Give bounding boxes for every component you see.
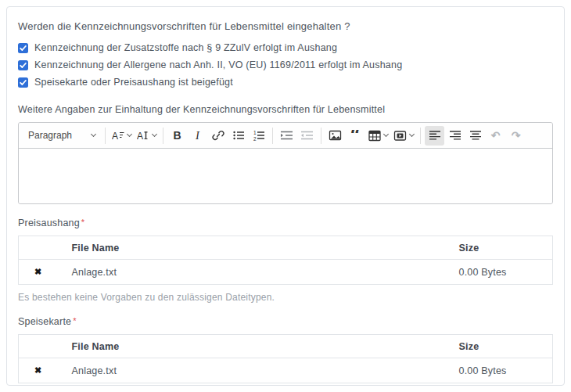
required-marker: * [73,316,76,325]
file-table-preisaushang: File Name Size ✖ Anlage.txt 0.00 Bytes [18,236,553,285]
indent-button[interactable] [277,126,296,146]
bulleted-list-icon [232,129,245,142]
chevron-down-icon [91,131,96,137]
paragraph-dropdown-label: Paragraph [28,130,72,141]
checkmark-icon [20,79,27,86]
checkbox-row-speisekarte: Speisekarte oder Preisaushang ist beigef… [18,77,553,88]
remove-file-button[interactable]: ✖ [31,364,45,377]
checkbox-allergene[interactable] [18,60,28,70]
remove-column-header [19,335,64,358]
svg-text:1: 1 [253,130,257,135]
chevron-down-icon [383,131,389,137]
remove-column-header [19,236,64,260]
font-size-button[interactable]: A [110,126,134,146]
checkbox-label: Kennzeichnung der Zusatzstoffe nach § 9 … [34,42,337,53]
checkmark-icon [20,62,27,69]
align-right-button[interactable] [445,126,465,146]
numbered-list-icon: 12 [253,129,265,142]
italic-button[interactable]: I [188,126,207,146]
align-left-button[interactable] [425,126,444,146]
checkbox-row-zusatzstoffe: Kennzeichnung der Zusatzstoffe nach § 9 … [18,42,553,53]
file-size-cell: 0.00 Bytes [451,260,553,285]
block-quote-button[interactable]: “ [346,130,365,141]
checkbox-row-allergene: Kennzeichnung der Allergene nach Anh. II… [18,59,553,70]
rich-text-editor: Paragraph A A B I 12 [18,122,553,204]
paragraph-dropdown[interactable]: Paragraph [23,126,101,146]
align-left-icon [429,130,441,141]
toolbar-separator [163,128,163,144]
undo-button[interactable]: ↶ [486,126,505,146]
checkbox-label: Speisekarte oder Preisaushang ist beigef… [34,77,233,88]
toolbar-separator [105,128,106,144]
bulleted-list-button[interactable] [228,126,248,146]
upload-label-text: Speisekarte [18,316,71,327]
align-right-icon [449,130,461,141]
toolbar-separator [321,128,321,144]
file-table-speisekarte: File Name Size ✖ Anlage.txt 0.00 Bytes [18,334,553,383]
link-button[interactable] [208,126,228,146]
toolbar-separator [272,128,273,144]
upload-label-text: Preisaushang [18,218,80,228]
file-name-cell: Anlage.txt [64,358,451,383]
insert-table-button[interactable] [366,126,390,146]
outdent-icon [300,129,314,142]
editor-toolbar: Paragraph A A B I 12 [19,123,552,149]
checkbox-speisekarte[interactable] [18,77,28,88]
svg-text:A: A [112,131,118,142]
file-name-column-header: File Name [64,236,451,260]
font-family-button[interactable]: A [135,126,159,146]
link-icon [212,129,224,142]
insert-image-button[interactable] [325,126,345,146]
size-column-header: Size [451,335,553,358]
media-icon [393,130,407,142]
chevron-down-icon [152,131,157,137]
file-table-header-row: File Name Size [19,236,553,260]
file-name-column-header: File Name [64,335,451,358]
redo-button[interactable]: ↷ [506,126,526,146]
table-icon [368,130,381,142]
font-family-icon: A [137,130,149,141]
file-row: ✖ Anlage.txt 0.00 Bytes [19,260,553,285]
numbered-list-button[interactable]: 12 [249,126,268,146]
upload-section-preisaushang: Preisaushang* File Name Size ✖ Anlage.tx… [18,218,553,303]
remove-icon: ✖ [34,267,41,276]
insert-media-button[interactable] [391,126,416,146]
required-marker: * [81,218,84,227]
upload-section-speisekarte: Speisekarte* File Name Size ✖ Anlage.txt… [18,316,553,386]
remove-file-button[interactable]: ✖ [31,265,45,279]
indent-icon [280,129,293,142]
size-column-header: Size [451,236,553,260]
align-center-icon [469,130,482,141]
chevron-down-icon [127,131,132,137]
image-icon [329,129,342,142]
outdent-button[interactable] [297,126,317,146]
file-table-header-row: File Name Size [19,335,553,358]
question-label: Werden die Kennzeichnungsvorschriften fü… [18,20,553,32]
form-panel: Werden die Kennzeichnungsvorschriften fü… [6,6,565,386]
file-name-cell: Anlage.txt [64,260,451,285]
upload-label: Speisekarte* [18,316,553,327]
editor-label: Weitere Angaben zur Einhaltung der Kennz… [18,104,553,115]
chevron-down-icon [409,131,415,137]
filetype-note: Es bestehen keine Vorgaben zu den zuläss… [18,292,553,303]
file-row: ✖ Anlage.txt 0.00 Bytes [19,358,553,383]
svg-text:2: 2 [253,136,257,142]
checkbox-zusatzstoffe[interactable] [18,43,28,53]
svg-text:A: A [137,131,143,142]
font-size-icon: A [112,130,124,141]
remove-icon: ✖ [34,365,41,375]
upload-label: Preisaushang* [18,218,553,228]
file-size-cell: 0.00 Bytes [451,358,553,383]
editor-content-area[interactable] [19,149,552,203]
checkbox-label: Kennzeichnung der Allergene nach Anh. II… [34,59,402,70]
checkmark-icon [20,45,27,52]
toolbar-separator [420,128,421,144]
align-center-button[interactable] [465,126,485,146]
bold-button[interactable]: B [167,126,187,146]
